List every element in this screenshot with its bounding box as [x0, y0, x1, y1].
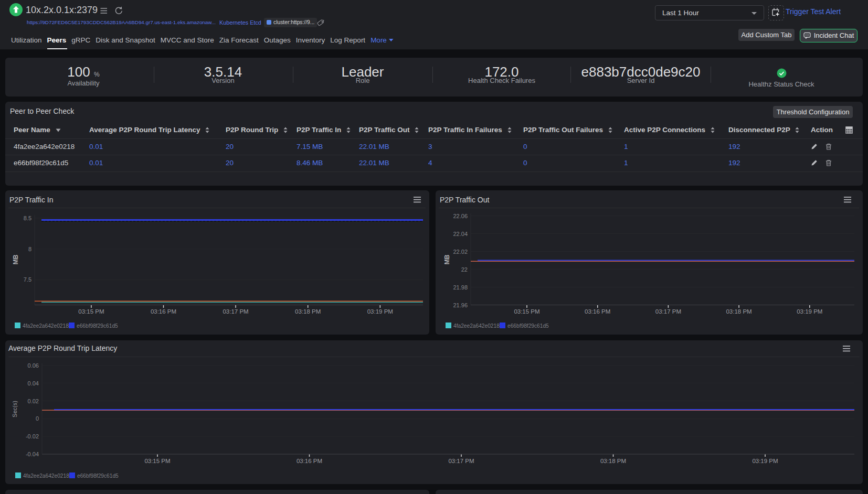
svg-text:e66bf98f29c61d5: e66bf98f29c61d5 — [507, 323, 549, 329]
svg-text:-0.04: -0.04 — [26, 451, 39, 457]
svg-text:8: 8 — [28, 246, 31, 252]
svg-text:03:19 PM: 03:19 PM — [367, 308, 393, 315]
svg-text:e66bf98f29c61d5: e66bf98f29c61d5 — [77, 473, 119, 479]
svg-text:22.02: 22.02 — [453, 249, 468, 255]
svg-text:e66bf98f29c61d5: e66bf98f29c61d5 — [77, 323, 118, 329]
svg-text:22.06: 22.06 — [453, 213, 468, 219]
svg-text:03:18 PM: 03:18 PM — [295, 308, 321, 315]
svg-text:03:15 PM: 03:15 PM — [514, 308, 539, 315]
svg-text:0: 0 — [36, 415, 39, 422]
svg-text:0.02: 0.02 — [28, 398, 39, 404]
svg-text:03:19 PM: 03:19 PM — [752, 458, 778, 464]
svg-text:03:18 PM: 03:18 PM — [600, 458, 626, 464]
svg-text:MB: MB — [12, 254, 19, 264]
svg-text:03:19 PM: 03:19 PM — [797, 308, 822, 315]
svg-text:03:18 PM: 03:18 PM — [726, 308, 751, 315]
svg-text:0.06: 0.06 — [28, 362, 39, 369]
svg-text:4fa2ee2a642e0218: 4fa2ee2a642e0218 — [23, 323, 69, 329]
svg-text:03:16 PM: 03:16 PM — [297, 458, 322, 464]
svg-text:03:17 PM: 03:17 PM — [223, 308, 248, 315]
svg-text:MB: MB — [443, 254, 451, 264]
svg-text:Average P2P Round Trip Latency: Average P2P Round Trip Latency — [8, 344, 117, 352]
svg-text:03:16 PM: 03:16 PM — [151, 308, 176, 315]
svg-text:P2P Traffic Out: P2P Traffic Out — [440, 196, 490, 204]
svg-text:P2P Traffic In: P2P Traffic In — [9, 196, 54, 204]
svg-text:Sec(s): Sec(s) — [12, 401, 18, 417]
svg-text:03:16 PM: 03:16 PM — [585, 308, 610, 315]
svg-text:22.04: 22.04 — [453, 231, 468, 237]
svg-text:22: 22 — [461, 266, 468, 273]
svg-text:21.96: 21.96 — [453, 302, 468, 308]
svg-text:7.5: 7.5 — [24, 276, 31, 283]
svg-text:21.98: 21.98 — [453, 284, 468, 291]
svg-text:03:15 PM: 03:15 PM — [144, 458, 170, 464]
svg-text:8.5: 8.5 — [24, 215, 31, 221]
svg-text:03:15 PM: 03:15 PM — [78, 308, 104, 315]
svg-text:4fa2ee2a642e0218: 4fa2ee2a642e0218 — [453, 323, 500, 329]
svg-text:03:17 PM: 03:17 PM — [448, 458, 474, 464]
svg-text:0.04: 0.04 — [28, 380, 39, 386]
svg-text:4fa2ee2a642e0218: 4fa2ee2a642e0218 — [23, 473, 69, 479]
svg-text:-0.02: -0.02 — [26, 433, 39, 439]
svg-text:03:17 PM: 03:17 PM — [655, 308, 681, 315]
